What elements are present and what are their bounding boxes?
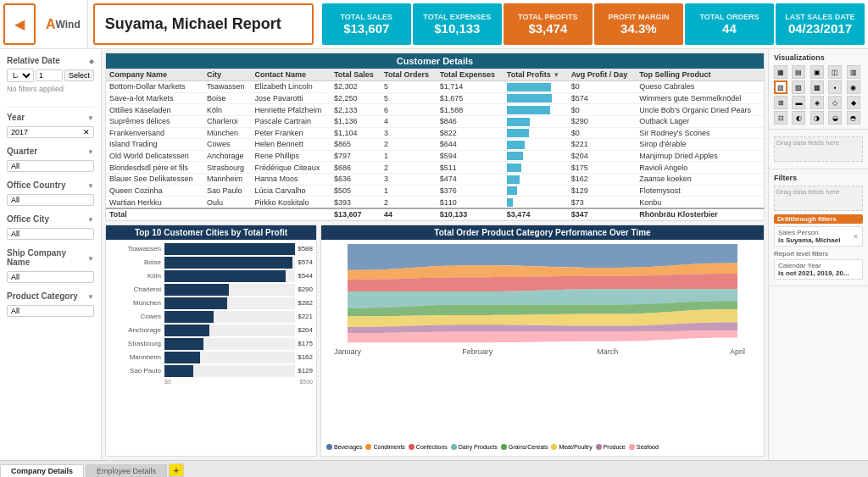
profit-bar (507, 141, 525, 149)
bar-container (164, 352, 295, 363)
kpi-label: Total Sales (341, 13, 393, 21)
last-value-input[interactable] (36, 69, 63, 81)
profit-bar (507, 175, 520, 184)
viz-item-19[interactable]: ◓ (847, 111, 860, 125)
bar-row-2[interactable]: Köln $544 (109, 270, 313, 282)
table-row[interactable]: Queen CozinhaSao PauloLúcia Carvalho$505… (106, 185, 764, 197)
add-tab-button[interactable]: + (169, 463, 184, 477)
kpi-label: Last Sales Date (785, 13, 854, 21)
page-filter-area[interactable]: Drag data fields here (774, 186, 863, 211)
year-filter-header[interactable]: Year ▼ (7, 111, 94, 125)
quarter-filter: Quarter ▼ All (7, 145, 94, 172)
col-header-4[interactable]: Total Orders (381, 69, 437, 81)
col-header-6[interactable]: Total Profits ▼ (504, 69, 568, 81)
table-row[interactable]: Suprêmes délicesCharleroiPascale Cartrai… (106, 115, 764, 127)
customer-details-title: Customer Details (106, 53, 764, 69)
viz-item-7[interactable]: ▩ (810, 80, 824, 94)
viz-item-16[interactable]: ◐ (792, 111, 805, 125)
table-row[interactable]: Blauer See DelikatessenMannheimHanna Moo… (106, 174, 764, 186)
viz-item-8[interactable]: ▪ (828, 80, 842, 94)
ship-company-header[interactable]: Ship Company Name ▼ (7, 247, 94, 270)
bar-row-3[interactable]: Charleroi $290 (109, 284, 313, 296)
viz-item-6[interactable]: ▨ (792, 80, 805, 94)
col-header-1[interactable]: City (203, 69, 252, 81)
year-value[interactable]: 2017 ✕ (7, 126, 94, 138)
bar-row-9[interactable]: Sao Paulo $129 (109, 365, 313, 377)
cell-8-8: Zaanse koeken (636, 174, 764, 186)
viz-item-1[interactable]: ▤ (792, 65, 805, 79)
bar-label: Mannheim (109, 353, 164, 361)
viz-item-17[interactable]: ◑ (810, 111, 824, 125)
table-row[interactable]: Bottom-Dollar MarketsTsawassenElizabeth … (106, 81, 764, 93)
fields-drag-area[interactable]: Drag data fields here (774, 136, 863, 162)
quarter-value[interactable]: All (7, 160, 94, 172)
relative-date-header[interactable]: Relative Date ◆ (7, 54, 94, 69)
col-header-7[interactable]: Avg Profit / Day (568, 69, 637, 81)
cell-2-3: $2,133 (331, 104, 381, 116)
product-category-value[interactable]: All (7, 305, 94, 317)
office-country-value[interactable]: All (7, 194, 94, 206)
viz-item-10[interactable]: ⊞ (774, 96, 787, 109)
bar-value: $162 (298, 353, 313, 361)
table-row[interactable]: Save-a-lot MarketsBoiseJose Pavarotti$2,… (106, 92, 764, 104)
table-row[interactable]: Ottilies KäseladenKölnHenriette Pfalzhei… (106, 104, 764, 116)
bar-value: $588 (298, 245, 313, 252)
viz-item-0[interactable]: ▦ (774, 65, 787, 79)
col-header-3[interactable]: Total Sales (331, 69, 381, 81)
table-row[interactable]: Old World DelicatessenAnchorageRene Phil… (106, 150, 764, 162)
office-city-header[interactable]: Office City ▼ (7, 213, 94, 227)
bar-row-4[interactable]: München $282 (109, 297, 313, 309)
viz-item-2[interactable]: ▣ (810, 65, 824, 79)
svg-text:January: January (334, 347, 362, 356)
cell-0-0: Bottom-Dollar Markets (106, 81, 203, 93)
calendar-year-filter[interactable]: Calendar Year is not 2021, 2019, 20... (774, 259, 863, 280)
col-header-0[interactable]: Company Name (106, 69, 203, 81)
sales-person-filter[interactable]: Sales Person is Suyama, Michael ✕ (774, 226, 863, 247)
table-row[interactable]: FrankenversandMünchenPeter Franken$1,104… (106, 127, 764, 139)
bar-row-1[interactable]: Boise $574 (109, 257, 313, 269)
table-row[interactable]: Island TradingCowesHelen Bennett$8652$64… (106, 139, 764, 151)
viz-item-9[interactable]: ◉ (847, 80, 860, 94)
center-content: Customer Details Company NameCityContact… (102, 49, 768, 460)
tab-company-details[interactable]: Company Details (0, 464, 84, 477)
col-header-8[interactable]: Top Selling Product (636, 69, 764, 81)
legend-item-1: Condiments (365, 444, 404, 450)
viz-item-5[interactable]: ▧ (774, 80, 787, 94)
viz-item-13[interactable]: ◇ (828, 96, 842, 109)
bar-row-7[interactable]: Strasbourg $175 (109, 338, 313, 350)
viz-item-3[interactable]: ◫ (828, 65, 842, 79)
viz-item-12[interactable]: ◈ (810, 96, 824, 109)
viz-item-4[interactable]: ▥ (847, 65, 860, 79)
bar-row-8[interactable]: Mannheim $162 (109, 352, 313, 363)
viz-item-14[interactable]: ◆ (847, 96, 860, 109)
back-button[interactable]: ◀ (3, 3, 36, 45)
tab-employee-details[interactable]: Employee Details (86, 464, 167, 477)
table-row[interactable]: Wartian HerkkuOuluPirkko Koskitalo$3932$… (106, 197, 764, 208)
sales-person-remove-icon[interactable]: ✕ (853, 233, 859, 241)
year-filter: Year ▼ 2017 ✕ (7, 111, 94, 138)
viz-item-11[interactable]: ▬ (792, 96, 805, 109)
bar-row-0[interactable]: Tsawassen $588 (109, 243, 313, 255)
legend-item-5: Meat/Poultry (551, 444, 592, 450)
svg-text:March: March (597, 347, 618, 356)
select-button[interactable]: Select (64, 69, 94, 81)
ship-company-value[interactable]: All (7, 271, 94, 283)
last-select[interactable]: Last (7, 69, 34, 82)
viz-item-15[interactable]: ⊡ (774, 111, 787, 125)
bar-row-5[interactable]: Cowes $221 (109, 311, 313, 323)
table-row[interactable]: Blondesdsdl père et filsStrasbourgFrédér… (106, 162, 764, 174)
cell-10-2: Pirkko Koskitalo (252, 197, 331, 208)
col-header-2[interactable]: Contact Name (252, 69, 331, 81)
bar-row-6[interactable]: Anchorage $204 (109, 324, 313, 336)
bar-fill (164, 243, 295, 255)
quarter-filter-header[interactable]: Quarter ▼ (7, 145, 94, 159)
cell-7-0: Blondesdsdl père et fils (106, 162, 203, 174)
office-city-value[interactable]: All (7, 228, 94, 240)
kpi-label: Total Profits (518, 13, 578, 21)
office-country-header[interactable]: Office Country ▼ (7, 179, 94, 193)
product-category-header[interactable]: Product Category ▼ (7, 290, 94, 304)
col-header-5[interactable]: Total Expenses (437, 69, 504, 81)
viz-item-18[interactable]: ◒ (828, 111, 842, 125)
logo-a: A (46, 17, 56, 32)
sankey-title: Total Order Product Category Performance… (321, 225, 764, 240)
